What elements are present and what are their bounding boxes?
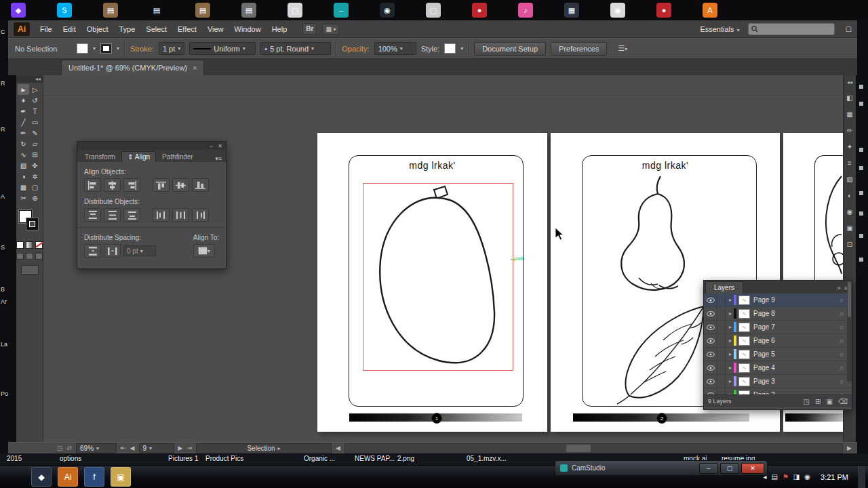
align-left-button[interactable]	[84, 178, 101, 192]
lock-cell[interactable]	[717, 361, 726, 374]
app-icon[interactable]: ◆	[11, 3, 26, 18]
layers-footer-icon[interactable]: ◳	[804, 398, 810, 405]
tool-button[interactable]: ↻	[18, 138, 29, 149]
distribute-center-h-button[interactable]	[172, 208, 189, 222]
stroke-width-field[interactable]: 1 pt▾	[159, 42, 184, 55]
layer-name[interactable]: Page 7	[753, 323, 775, 331]
layer-target-icon[interactable]: ○	[840, 310, 844, 317]
desktop-file-label[interactable]: options	[60, 455, 81, 462]
layer-target-icon[interactable]: ○	[840, 338, 844, 344]
layer-row[interactable]: ▸ ∿ Page 4 ○	[704, 361, 852, 375]
fill-caret-icon[interactable]: ▾	[93, 45, 96, 52]
status-icon-1[interactable]: ◳	[57, 445, 63, 451]
dock-panel-icon[interactable]: ≡	[848, 159, 852, 167]
none-button[interactable]	[35, 241, 43, 249]
expand-triangle-icon[interactable]: ▸	[729, 365, 732, 371]
close-tab-icon[interactable]: ×	[193, 64, 197, 72]
change-screen-mode-button[interactable]	[21, 265, 39, 274]
workspace-switcher[interactable]: Essentials▾	[700, 25, 739, 33]
document-setup-button[interactable]: Document Setup	[474, 42, 546, 56]
taskbar-app-icon[interactable]: ▣	[111, 467, 131, 487]
last-artboard-icon[interactable]: ⇥	[186, 445, 192, 451]
tray-icon[interactable]: ⚑	[783, 473, 789, 481]
app-icon[interactable]: ▤	[241, 3, 256, 18]
fill-swatch[interactable]	[77, 43, 88, 54]
tool-button[interactable]: ✶	[18, 95, 29, 106]
close-panel-icon[interactable]: ✕	[218, 143, 222, 149]
app-icon[interactable]: ▤	[195, 3, 210, 18]
layer-thumbnail[interactable]: ∿	[738, 323, 750, 332]
style-swatch[interactable]	[444, 43, 456, 54]
spacing-caret-icon[interactable]: ▾	[140, 248, 143, 254]
scrollbar-thumb[interactable]	[848, 282, 851, 317]
status-display[interactable]: Selection▸	[196, 443, 332, 453]
layers-footer-icon[interactable]: ▣	[826, 398, 832, 405]
tool-button[interactable]: ▷	[29, 84, 41, 95]
opacity-label[interactable]: Opacity:	[342, 45, 369, 53]
taskbar-app-icon[interactable]: ◆	[31, 467, 52, 487]
tool-button[interactable]: ✏	[18, 127, 29, 138]
distribute-bottom-button[interactable]	[123, 208, 140, 222]
visibility-eye-icon[interactable]	[704, 348, 717, 361]
layer-thumbnail[interactable]: ∿	[738, 350, 750, 359]
expand-triangle-icon[interactable]: ▸	[729, 378, 732, 384]
collapse-tools-icon[interactable]: ◂◂	[16, 75, 43, 83]
expand-triangle-icon[interactable]: ▸	[729, 338, 732, 344]
width-profile-dropdown[interactable]: •5 pt. Round▾	[260, 42, 331, 55]
panel-drag-bar[interactable]: ⇔ ✕	[77, 142, 226, 150]
bridge-button[interactable]: Br	[302, 23, 317, 35]
tool-button[interactable]: ▦	[18, 182, 29, 192]
visibility-eye-icon[interactable]	[704, 293, 717, 306]
expand-triangle-icon[interactable]: ▸	[729, 324, 732, 330]
arrange-documents-icon[interactable]: ▦ ▾	[322, 24, 339, 35]
tool-button[interactable]: ✒	[18, 106, 29, 117]
tool-button[interactable]: ▱	[29, 138, 41, 149]
tool-button[interactable]: T	[29, 106, 41, 117]
style-caret-icon[interactable]: ▾	[460, 45, 463, 52]
tool-button[interactable]: ◑	[18, 171, 29, 182]
stroke-width-caret-icon[interactable]: ▾	[178, 45, 180, 52]
zoom-dropdown[interactable]: 69%▾	[76, 443, 117, 453]
layer-name[interactable]: Page 3	[753, 378, 775, 385]
layer-name[interactable]: Page 4	[753, 364, 775, 371]
tool-button[interactable]: ▢	[29, 182, 41, 192]
lock-cell[interactable]	[717, 375, 726, 388]
menu-view[interactable]: View	[203, 22, 229, 36]
align-top-button[interactable]	[153, 178, 170, 192]
layers-footer-icon[interactable]: ⊞	[815, 398, 821, 405]
menu-select[interactable]: Select	[141, 22, 172, 36]
dock-panel-icon[interactable]: ◐	[848, 192, 852, 199]
menu-object[interactable]: Object	[82, 22, 113, 36]
collapse-panel-icon[interactable]: »	[837, 285, 841, 291]
distribute-left-button[interactable]	[153, 208, 170, 222]
minimize-button[interactable]: –	[699, 463, 718, 474]
search-input[interactable]	[748, 23, 835, 35]
dock-panel-icon[interactable]: ◧	[846, 94, 852, 102]
app-icon[interactable]: ▢	[288, 3, 302, 18]
desktop-file-label[interactable]: 2.png	[397, 455, 414, 462]
taskbar-app-icon[interactable]: f	[84, 467, 104, 487]
layer-row[interactable]: ▸ ∿ Page 2 ○	[704, 388, 852, 394]
visibility-eye-icon[interactable]	[704, 375, 717, 388]
screen-mode-button[interactable]	[16, 253, 24, 260]
artboard-nav-field[interactable]: 9▾	[139, 443, 174, 453]
gradient-button[interactable]	[26, 241, 33, 249]
layer-target-icon[interactable]: ○	[840, 297, 844, 304]
visibility-eye-icon[interactable]	[704, 307, 717, 320]
taskbar-app-icon[interactable]: Ai	[58, 467, 78, 487]
menu-window[interactable]: Window	[230, 22, 266, 36]
layer-row[interactable]: ▸ ∿ Page 5 ○	[704, 348, 852, 361]
distribute-top-button[interactable]	[84, 208, 101, 222]
dock-panel-icon[interactable]: ▣	[846, 224, 852, 232]
close-button[interactable]: ✕	[741, 463, 764, 474]
app-icon[interactable]: ◉	[380, 3, 395, 18]
opacity-caret-icon[interactable]: ▾	[400, 45, 403, 52]
dock-panel-icon[interactable]: ▧	[846, 176, 852, 183]
preferences-button[interactable]: Preferences	[551, 42, 607, 56]
brush-caret-icon[interactable]: ▾	[243, 45, 245, 52]
color-button[interactable]	[16, 241, 24, 249]
layer-thumbnail[interactable]: ∿	[738, 296, 750, 305]
expand-triangle-icon[interactable]: ▸	[729, 351, 732, 357]
illustrator-logo-icon[interactable]: Ai	[14, 22, 30, 36]
align-to-button[interactable]: ▾	[193, 244, 215, 258]
